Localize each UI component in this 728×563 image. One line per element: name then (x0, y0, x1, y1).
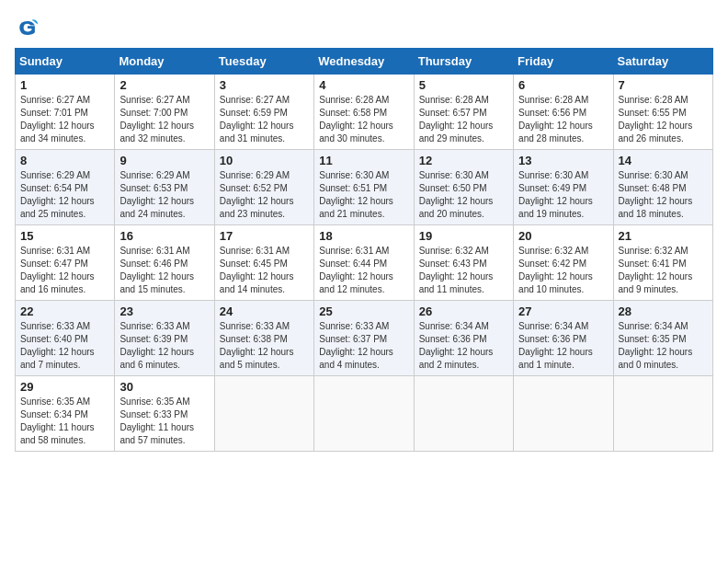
day-number: 19 (419, 229, 508, 243)
day-detail: Sunrise: 6:28 AM Sunset: 6:56 PM Dayligh… (518, 94, 608, 145)
calendar-cell: 14Sunrise: 6:30 AM Sunset: 6:48 PM Dayli… (613, 150, 712, 225)
calendar-cell: 13Sunrise: 6:30 AM Sunset: 6:49 PM Dayli… (514, 150, 613, 225)
calendar-cell (613, 376, 712, 452)
day-number: 15 (20, 229, 109, 243)
day-number: 29 (20, 380, 109, 394)
weekday-header-row: SundayMondayTuesdayWednesdayThursdayFrid… (16, 49, 713, 75)
calendar-week-3: 15Sunrise: 6:31 AM Sunset: 6:47 PM Dayli… (16, 225, 713, 301)
day-number: 20 (518, 229, 608, 243)
calendar-cell: 2Sunrise: 6:27 AM Sunset: 7:00 PM Daylig… (115, 75, 214, 150)
calendar-cell: 30Sunrise: 6:35 AM Sunset: 6:33 PM Dayli… (115, 376, 214, 452)
day-number: 7 (619, 78, 708, 92)
day-detail: Sunrise: 6:31 AM Sunset: 6:45 PM Dayligh… (220, 245, 309, 296)
day-number: 2 (119, 78, 209, 92)
day-number: 4 (319, 78, 408, 92)
day-number: 9 (119, 154, 209, 167)
day-detail: Sunrise: 6:34 AM Sunset: 6:36 PM Dayligh… (419, 320, 508, 372)
day-number: 21 (619, 229, 708, 243)
weekday-header-friday: Friday (514, 49, 613, 75)
day-number: 28 (619, 304, 708, 318)
day-detail: Sunrise: 6:33 AM Sunset: 6:37 PM Dayligh… (319, 320, 408, 372)
day-detail: Sunrise: 6:29 AM Sunset: 6:53 PM Dayligh… (119, 169, 209, 221)
calendar-cell: 7Sunrise: 6:28 AM Sunset: 6:55 PM Daylig… (613, 75, 712, 150)
day-number: 23 (119, 304, 209, 318)
day-number: 5 (419, 78, 508, 92)
day-detail: Sunrise: 6:28 AM Sunset: 6:57 PM Dayligh… (419, 94, 508, 145)
day-number: 6 (518, 78, 608, 92)
day-detail: Sunrise: 6:30 AM Sunset: 6:51 PM Dayligh… (319, 169, 408, 221)
day-detail: Sunrise: 6:27 AM Sunset: 6:59 PM Dayligh… (220, 94, 309, 145)
logo (15, 15, 44, 40)
day-number: 3 (220, 78, 309, 92)
day-detail: Sunrise: 6:35 AM Sunset: 6:33 PM Dayligh… (119, 396, 209, 447)
weekday-header-wednesday: Wednesday (314, 49, 414, 75)
day-detail: Sunrise: 6:28 AM Sunset: 6:58 PM Dayligh… (319, 94, 408, 145)
day-number: 22 (20, 304, 109, 318)
day-number: 11 (319, 154, 408, 167)
day-detail: Sunrise: 6:30 AM Sunset: 6:49 PM Dayligh… (518, 169, 608, 221)
calendar-cell: 9Sunrise: 6:29 AM Sunset: 6:53 PM Daylig… (115, 150, 214, 225)
calendar-week-2: 8Sunrise: 6:29 AM Sunset: 6:54 PM Daylig… (16, 150, 713, 225)
day-detail: Sunrise: 6:30 AM Sunset: 6:50 PM Dayligh… (419, 169, 508, 221)
calendar-week-5: 29Sunrise: 6:35 AM Sunset: 6:34 PM Dayli… (16, 376, 713, 452)
day-detail: Sunrise: 6:34 AM Sunset: 6:35 PM Dayligh… (619, 320, 708, 372)
calendar-cell: 27Sunrise: 6:34 AM Sunset: 6:36 PM Dayli… (514, 301, 613, 376)
calendar-cell: 22Sunrise: 6:33 AM Sunset: 6:40 PM Dayli… (16, 301, 115, 376)
day-number: 10 (220, 154, 309, 167)
day-number: 30 (119, 380, 209, 394)
day-detail: Sunrise: 6:27 AM Sunset: 7:01 PM Dayligh… (20, 94, 109, 145)
day-number: 1 (20, 78, 109, 92)
day-detail: Sunrise: 6:31 AM Sunset: 6:44 PM Dayligh… (319, 245, 408, 296)
day-number: 26 (419, 304, 508, 318)
calendar-cell: 15Sunrise: 6:31 AM Sunset: 6:47 PM Dayli… (16, 225, 115, 301)
calendar-cell: 16Sunrise: 6:31 AM Sunset: 6:46 PM Dayli… (115, 225, 214, 301)
calendar-cell: 29Sunrise: 6:35 AM Sunset: 6:34 PM Dayli… (16, 376, 115, 452)
day-number: 8 (20, 154, 109, 167)
calendar-cell: 24Sunrise: 6:33 AM Sunset: 6:38 PM Dayli… (214, 301, 313, 376)
calendar-cell: 3Sunrise: 6:27 AM Sunset: 6:59 PM Daylig… (214, 75, 313, 150)
day-detail: Sunrise: 6:29 AM Sunset: 6:52 PM Dayligh… (220, 169, 309, 221)
logo-icon (15, 15, 40, 40)
day-detail: Sunrise: 6:32 AM Sunset: 6:43 PM Dayligh… (419, 245, 508, 296)
day-number: 17 (220, 229, 309, 243)
calendar-cell (514, 376, 613, 452)
day-number: 13 (518, 154, 608, 167)
day-detail: Sunrise: 6:34 AM Sunset: 6:36 PM Dayligh… (518, 320, 608, 372)
calendar-cell: 21Sunrise: 6:32 AM Sunset: 6:41 PM Dayli… (613, 225, 712, 301)
day-number: 16 (119, 229, 209, 243)
weekday-header-tuesday: Tuesday (214, 49, 313, 75)
calendar-cell: 12Sunrise: 6:30 AM Sunset: 6:50 PM Dayli… (414, 150, 513, 225)
calendar-cell: 8Sunrise: 6:29 AM Sunset: 6:54 PM Daylig… (16, 150, 115, 225)
day-detail: Sunrise: 6:28 AM Sunset: 6:55 PM Dayligh… (619, 94, 708, 145)
calendar-cell: 26Sunrise: 6:34 AM Sunset: 6:36 PM Dayli… (414, 301, 513, 376)
day-number: 24 (220, 304, 309, 318)
weekday-header-saturday: Saturday (613, 49, 712, 75)
day-detail: Sunrise: 6:33 AM Sunset: 6:38 PM Dayligh… (220, 320, 309, 372)
calendar-cell: 6Sunrise: 6:28 AM Sunset: 6:56 PM Daylig… (514, 75, 613, 150)
calendar-cell: 11Sunrise: 6:30 AM Sunset: 6:51 PM Dayli… (314, 150, 414, 225)
day-detail: Sunrise: 6:33 AM Sunset: 6:40 PM Dayligh… (20, 320, 109, 372)
day-detail: Sunrise: 6:33 AM Sunset: 6:39 PM Dayligh… (119, 320, 209, 372)
day-detail: Sunrise: 6:32 AM Sunset: 6:41 PM Dayligh… (619, 245, 708, 296)
day-number: 25 (319, 304, 408, 318)
calendar-cell (214, 376, 313, 452)
day-detail: Sunrise: 6:27 AM Sunset: 7:00 PM Dayligh… (119, 94, 209, 145)
day-detail: Sunrise: 6:31 AM Sunset: 6:46 PM Dayligh… (119, 245, 209, 296)
calendar-cell: 1Sunrise: 6:27 AM Sunset: 7:01 PM Daylig… (16, 75, 115, 150)
calendar-week-1: 1Sunrise: 6:27 AM Sunset: 7:01 PM Daylig… (16, 75, 713, 150)
calendar-table: SundayMondayTuesdayWednesdayThursdayFrid… (15, 48, 713, 452)
calendar-cell: 20Sunrise: 6:32 AM Sunset: 6:42 PM Dayli… (514, 225, 613, 301)
page-header (15, 15, 713, 40)
day-detail: Sunrise: 6:29 AM Sunset: 6:54 PM Dayligh… (20, 169, 109, 221)
calendar-week-4: 22Sunrise: 6:33 AM Sunset: 6:40 PM Dayli… (16, 301, 713, 376)
calendar-cell: 25Sunrise: 6:33 AM Sunset: 6:37 PM Dayli… (314, 301, 414, 376)
day-number: 27 (518, 304, 608, 318)
calendar-cell: 23Sunrise: 6:33 AM Sunset: 6:39 PM Dayli… (115, 301, 214, 376)
weekday-header-sunday: Sunday (16, 49, 115, 75)
day-number: 14 (619, 154, 708, 167)
calendar-cell: 19Sunrise: 6:32 AM Sunset: 6:43 PM Dayli… (414, 225, 513, 301)
day-number: 12 (419, 154, 508, 167)
day-number: 18 (319, 229, 408, 243)
calendar-cell: 28Sunrise: 6:34 AM Sunset: 6:35 PM Dayli… (613, 301, 712, 376)
day-detail: Sunrise: 6:35 AM Sunset: 6:34 PM Dayligh… (20, 396, 109, 447)
